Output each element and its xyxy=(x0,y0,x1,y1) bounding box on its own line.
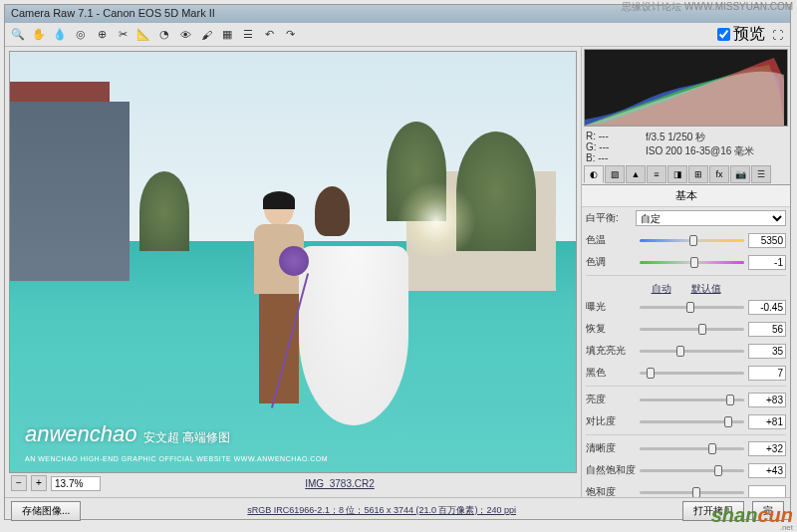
redeye-tool-icon[interactable]: 👁 xyxy=(176,26,194,44)
zoom-tool-icon[interactable]: 🔍 xyxy=(9,26,27,44)
straighten-tool-icon[interactable]: 📐 xyxy=(134,26,152,44)
black-slider[interactable] xyxy=(640,366,744,380)
hand-tool-icon[interactable]: ✋ xyxy=(30,26,48,44)
recovery-slider[interactable] xyxy=(640,322,744,336)
prefs-icon[interactable]: ☰ xyxy=(239,26,257,44)
default-link[interactable]: 默认值 xyxy=(691,282,721,296)
wb-tool-icon[interactable]: 💧 xyxy=(51,26,69,44)
exposure-slider[interactable] xyxy=(640,300,744,314)
sat-slider[interactable] xyxy=(640,485,744,497)
wb-label: 白平衡: xyxy=(586,211,636,225)
tab-lens[interactable]: ⊞ xyxy=(688,165,708,183)
tab-fx[interactable]: fx xyxy=(709,165,729,183)
site-watermark: 思缘设计论坛 WWW.MISSYUAN.COM xyxy=(622,0,793,14)
watermark: anwenchao安文超 高端修图 xyxy=(25,421,230,447)
zoom-value[interactable]: 13.7% xyxy=(51,476,101,491)
tab-detail[interactable]: ▲ xyxy=(626,165,646,183)
photo-content: anwenchao安文超 高端修图 AN WENCHAO HIGH-END GR… xyxy=(10,52,576,472)
recovery-value[interactable] xyxy=(748,322,786,337)
rotate-ccw-icon[interactable]: ↶ xyxy=(260,26,278,44)
black-value[interactable] xyxy=(748,366,786,381)
tint-value[interactable] xyxy=(748,255,786,270)
crop-tool-icon[interactable]: ✂ xyxy=(114,26,132,44)
fullscreen-icon[interactable]: ⛶ xyxy=(768,26,786,44)
vibrance-slider[interactable] xyxy=(640,463,744,477)
spot-tool-icon[interactable]: ◔ xyxy=(155,26,173,44)
fill-value[interactable] xyxy=(748,344,786,359)
tint-slider[interactable] xyxy=(640,255,744,269)
histogram[interactable] xyxy=(584,49,788,127)
tab-hsl[interactable]: ≡ xyxy=(647,165,666,183)
bright-slider[interactable] xyxy=(640,393,744,406)
exposure-value[interactable] xyxy=(748,300,786,315)
panel-title: 基本 xyxy=(582,185,790,207)
fill-slider[interactable] xyxy=(640,344,744,358)
toolbar: 🔍 ✋ 💧 ◎ ⊕ ✂ 📐 ◔ 👁 🖌 ▦ ☰ ↶ ↷ 预览 ⛶ xyxy=(5,23,790,47)
adjust-brush-icon[interactable]: 🖌 xyxy=(197,26,215,44)
target-adjust-icon[interactable]: ⊕ xyxy=(93,26,111,44)
vibrance-value[interactable] xyxy=(748,463,786,478)
workflow-link[interactable]: sRGB IRC61966-2.1；8 位；5616 x 3744 (21.0 … xyxy=(89,504,674,517)
save-button[interactable]: 存储图像... xyxy=(11,501,81,521)
zoom-out-button[interactable]: − xyxy=(11,475,27,491)
tab-cal[interactable]: 📷 xyxy=(730,165,750,183)
auto-link[interactable]: 自动 xyxy=(652,282,671,296)
filename-label: IMG_3783.CR2 xyxy=(105,478,575,489)
color-sampler-icon[interactable]: ◎ xyxy=(72,26,90,44)
tab-split[interactable]: ◨ xyxy=(667,165,687,183)
bright-value[interactable] xyxy=(748,393,786,407)
contrast-slider[interactable] xyxy=(640,414,744,428)
grad-filter-icon[interactable]: ▦ xyxy=(218,26,236,44)
wb-select[interactable]: 自定 xyxy=(636,210,786,226)
rgb-readout: R: ---G: ---B: --- f/3.5 1/250 秒ISO 200 … xyxy=(582,129,790,165)
temp-value[interactable] xyxy=(748,233,786,248)
temp-slider[interactable] xyxy=(640,233,744,247)
clarity-slider[interactable] xyxy=(640,441,744,455)
zoom-in-button[interactable]: + xyxy=(31,475,47,491)
image-preview[interactable]: anwenchao安文超 高端修图 AN WENCHAO HIGH-END GR… xyxy=(9,51,577,473)
preview-checkbox[interactable]: 预览 xyxy=(717,24,765,45)
contrast-value[interactable] xyxy=(748,414,786,429)
rotate-cw-icon[interactable]: ↷ xyxy=(281,26,299,44)
tab-preset[interactable]: ☰ xyxy=(751,165,771,183)
basic-panel: 白平衡: 自定 色温 色调 自动默认值 曝光 恢复 填充亮光 黑色 亮度 对比度… xyxy=(582,207,790,497)
brand-watermark: shancun .net xyxy=(711,504,793,532)
panel-tabs: ◐ ▨ ▲ ≡ ◨ ⊞ fx 📷 ☰ xyxy=(582,165,790,185)
tab-curve[interactable]: ▨ xyxy=(605,165,625,183)
clarity-value[interactable] xyxy=(748,441,786,456)
watermark-sub: AN WENCHAO HIGH-END GRAPHIC OFFICIAL WEB… xyxy=(25,455,328,462)
tab-basic[interactable]: ◐ xyxy=(584,165,604,183)
sat-value[interactable] xyxy=(748,485,786,498)
